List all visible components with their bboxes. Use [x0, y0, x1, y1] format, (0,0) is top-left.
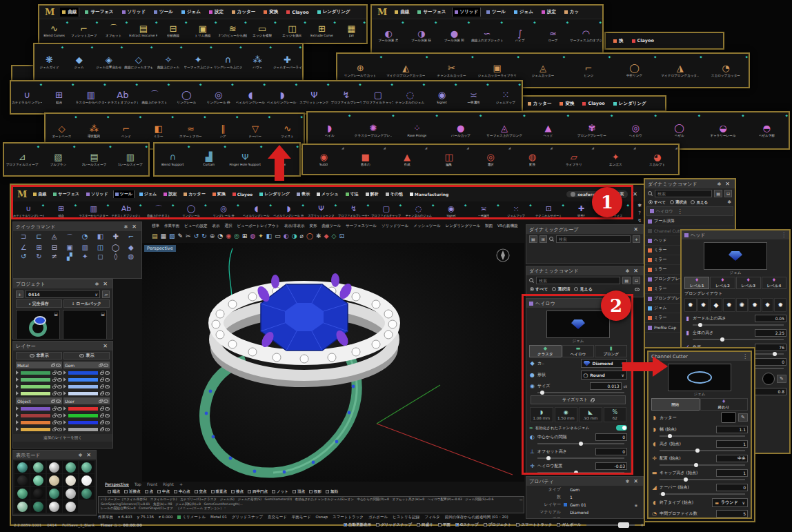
profile-swatch[interactable]	[762, 373, 775, 385]
layer-row[interactable]	[16, 383, 62, 390]
status-item[interactable]: ミリメートル	[177, 515, 206, 520]
bottom-checkbox[interactable]: グリッドスナップ	[376, 522, 412, 527]
command-history[interactable]: パラメーター（スタイル保存(S) スタイルロード(L) カテゴリー(C)=クラス…	[98, 496, 524, 513]
ribbon-tab[interactable]: 設定	[162, 190, 178, 198]
quick-command-button[interactable]: ◯	[108, 244, 123, 251]
ribbon-tool-button[interactable]: ≍一致属性	[468, 202, 500, 220]
parameter-input[interactable]: 0	[755, 358, 786, 366]
status-item[interactable]: 平面モード	[292, 515, 311, 520]
toolbar-button[interactable]: ▦Jali	[337, 19, 366, 42]
viewport-tab[interactable]: Front	[147, 482, 157, 487]
gem-preview[interactable]	[704, 242, 767, 270]
ribbon-tab[interactable]: Clayoo	[231, 191, 254, 197]
toolbar-tab[interactable]: 設定	[207, 8, 226, 17]
parameter-slider[interactable]	[660, 493, 745, 495]
toolbar-button[interactable]: ⊿プロファイルスイープ	[4, 144, 40, 175]
quick-command-button[interactable]: ⊏	[31, 233, 46, 242]
close-icon[interactable]: ✕	[631, 268, 640, 274]
parameter-slider[interactable]	[660, 464, 745, 466]
toolbar-button[interactable]: ◎リングレール 外	[203, 81, 235, 113]
toolbar-button[interactable]: ◓ベゼル下部	[745, 112, 789, 148]
add-group-button[interactable]: +	[633, 235, 640, 243]
layer-row[interactable]	[16, 412, 62, 419]
add-project-button[interactable]: +	[16, 290, 23, 298]
ribbon-tab[interactable]: 寸法	[344, 190, 360, 198]
toolbar-button[interactable]: ◬ジェムカッター	[520, 54, 566, 87]
toolbar-button[interactable]: ΨFinger Hole Support	[227, 144, 264, 175]
menu-item[interactable]: ビューポートレイアウト	[237, 224, 279, 228]
prong-layout-option[interactable]: ✺	[736, 298, 749, 312]
parameter-input[interactable]: -0.03	[595, 462, 627, 470]
osnap-checkbox[interactable]: 近接点	[124, 489, 141, 494]
quick-command-button[interactable]: ◍	[123, 253, 139, 260]
toolbar-button[interactable]: ⊞結合	[43, 81, 75, 113]
toolbar-button[interactable]: ▧ブルブラシ	[40, 144, 76, 175]
quick-command-button[interactable]: ⌐	[123, 233, 139, 242]
collapse-icon[interactable]: −	[519, 497, 523, 504]
menu-item[interactable]: ビューの設定	[184, 224, 207, 228]
ribbon-tool-button[interactable]: Ψスプリットシャンク	[305, 202, 337, 220]
halo-tab[interactable]: ◆クラスタ	[529, 345, 562, 357]
toolbar-tab[interactable]: サーフェス	[83, 8, 115, 17]
export-icon[interactable]: ⬓	[101, 311, 105, 316]
toolbar-mini-icon[interactable]: ✎	[178, 233, 184, 239]
zoom-slider[interactable]	[586, 524, 635, 526]
size-input[interactable]: 0.013	[590, 382, 622, 390]
layer-row[interactable]	[63, 419, 110, 426]
parameter-input[interactable]: 5	[716, 510, 748, 518]
toolbar-button[interactable]: ◖ベイルリングレール	[235, 81, 266, 113]
toolbar-mini-icon[interactable]: ◧	[266, 233, 273, 239]
toolbar-button[interactable]: ✦エンボス	[595, 145, 636, 174]
radio-selected[interactable]: 選択済	[670, 200, 687, 205]
material-swatch[interactable]	[14, 500, 30, 513]
toolbar-mini-icon[interactable]: ◐	[284, 233, 289, 239]
layer-row[interactable]	[16, 390, 62, 397]
menu-item[interactable]: 標準	[152, 224, 159, 228]
toolbar-button[interactable]: ⌐ヒンジ	[566, 54, 611, 87]
ribbon-tool-button[interactable]: ◌チャンネルのジェム	[402, 202, 435, 220]
radio-visible[interactable]: 見える	[574, 286, 592, 293]
gear-icon[interactable]: ✱	[78, 453, 82, 458]
empty-thumbnail[interactable]: 空白⬓	[63, 310, 107, 339]
quick-command-button[interactable]: ▥	[77, 244, 92, 251]
status-item[interactable]: フィルタ	[424, 515, 440, 520]
toolbar-button[interactable]: ⁙ジェムマップ	[490, 81, 522, 113]
toolbar-button[interactable]: ≋2つのビューから曲線	[218, 19, 248, 42]
ribbon-tab[interactable]: ソリッド	[85, 190, 110, 198]
ribbon-tab[interactable]: ツール	[114, 190, 134, 198]
close-icon[interactable]: ✕	[631, 191, 640, 197]
cut-dropdown[interactable]: Diamond∨	[581, 359, 628, 368]
side-icon[interactable]: ↯	[637, 218, 642, 224]
quick-command-button[interactable]: ✦	[77, 253, 92, 260]
toolbar-mini-icon[interactable]: ⌀	[300, 233, 304, 239]
gear-icon[interactable]: ✱	[95, 282, 99, 287]
full-save-tab[interactable]: ▸完全保存	[16, 299, 62, 308]
toolbar-button[interactable]: ◮マイクロプロングカッタ..	[657, 54, 703, 87]
menu-item[interactable]: 表示/非表示	[284, 224, 304, 228]
ribbon-tool-button[interactable]: ⊡テクニカルサポート	[533, 202, 565, 220]
toolbar-mini-icon[interactable]: ▧	[169, 233, 175, 239]
layer-row[interactable]	[16, 426, 62, 433]
quick-command-button[interactable]: ⊐	[16, 233, 31, 242]
hide-layers-button[interactable]: 非表示	[16, 352, 62, 359]
save-thumbnail[interactable]: FullSave 1⬓	[16, 310, 60, 339]
osnap-checkbox[interactable]: 端点	[108, 489, 120, 494]
toolbar-button[interactable]: ⊞Extrude Curve	[307, 19, 337, 42]
toolbar-mini-icon[interactable]: ⊕	[210, 233, 215, 239]
toolbar-tab[interactable]: レンダリング	[611, 99, 649, 108]
end-type-dropdown[interactable]: ▬ラウンド∨	[712, 498, 748, 507]
toolbar-button[interactable]: ▤Extract Isocurve Fr..	[128, 19, 158, 42]
ribbon-tab[interactable]: 曲線	[32, 190, 48, 198]
project-dropdown[interactable]: 0414∨	[26, 290, 100, 298]
quick-command-button[interactable]: ◆	[123, 244, 139, 251]
toolbar-button[interactable]: ⌐フィレットカーブ	[69, 19, 99, 42]
cutter-swatch[interactable]	[721, 412, 736, 423]
toolbar-button[interactable]: ❋ジェムガイド	[34, 44, 64, 80]
close-icon[interactable]: ✕	[101, 281, 110, 287]
prong-layout-option[interactable]: ✹	[774, 298, 786, 312]
toolbar-button[interactable]: ⁂パヴェ	[243, 44, 273, 80]
toolbar-button[interactable]: ▣トリム曲線	[188, 19, 217, 42]
toolbar-mini-icon[interactable]: ▭	[275, 233, 281, 239]
toolbar-button[interactable]: ●ブール演算 和	[437, 19, 471, 52]
menu-item[interactable]: 表示	[212, 224, 219, 228]
